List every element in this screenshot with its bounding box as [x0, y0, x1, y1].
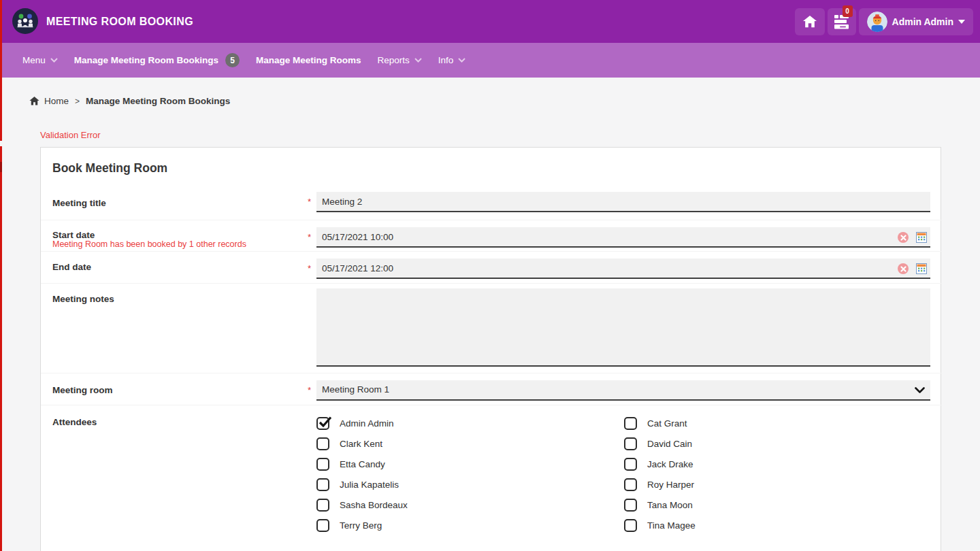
attendee-checkbox[interactable]	[316, 458, 329, 471]
start-date-label: Start date	[52, 230, 95, 240]
nav-menu[interactable]: Menu	[22, 55, 58, 65]
meeting-title-label: Meeting title	[52, 198, 106, 208]
app-header: MEETING ROOM BOOKING 0	[0, 0, 980, 43]
nav-info[interactable]: Info	[438, 55, 466, 65]
attendee-item[interactable]: Clark Kent	[316, 433, 602, 454]
breadcrumb-separator: >	[75, 97, 80, 106]
chevron-down-icon	[50, 58, 58, 63]
attendees-label: Attendees	[52, 417, 97, 427]
attendee-item[interactable]: David Cain	[624, 433, 910, 454]
attendee-name: Admin Admin	[340, 418, 394, 429]
breadcrumb: Home > Manage Meeting Room Bookings	[29, 96, 230, 106]
nav-manage-rooms[interactable]: Manage Meeting Rooms	[256, 55, 361, 65]
edge-marker-notch	[0, 141, 2, 146]
attendee-name: Jack Drake	[647, 459, 693, 469]
attendee-name: Roy Harper	[647, 480, 694, 490]
attendee-checkbox[interactable]	[316, 417, 329, 430]
start-date-calendar-icon[interactable]	[916, 232, 927, 243]
attendee-item[interactable]: Cat Grant	[624, 413, 910, 433]
left-edge-marker	[0, 0, 2, 551]
user-avatar	[867, 12, 887, 32]
breadcrumb-home-link[interactable]: Home	[29, 96, 69, 106]
home-icon	[29, 97, 39, 105]
start-date-row: Start date Meeting Room has been booked …	[41, 220, 942, 251]
attendee-name: Terry Berg	[340, 520, 382, 531]
user-menu-button[interactable]: Admin Admin	[859, 8, 973, 35]
end-date-calendar-icon[interactable]	[916, 263, 927, 274]
attendee-name: Tina Magee	[647, 520, 696, 531]
meeting-notes-row: Meeting notes	[41, 283, 942, 373]
start-date-input[interactable]	[316, 227, 930, 248]
chevron-down-icon	[414, 58, 422, 63]
attendee-item[interactable]: Julia Kapatelis	[316, 474, 602, 495]
chevron-down-icon	[458, 58, 466, 63]
meeting-room-label: Meeting room	[52, 385, 113, 395]
home-button[interactable]	[795, 8, 825, 35]
app-logo-icon[interactable]	[12, 8, 38, 34]
required-marker: *	[308, 385, 311, 395]
required-marker: *	[308, 263, 311, 273]
end-date-input[interactable]	[316, 258, 930, 279]
attendees-column-1: Admin Admin Clark Kent Etta Candy Julia …	[316, 413, 602, 535]
caret-down-icon	[958, 20, 965, 24]
meeting-notes-label: Meeting notes	[52, 294, 114, 304]
breadcrumb-current: Manage Meeting Room Bookings	[86, 96, 230, 106]
attendee-name: David Cain	[647, 439, 692, 449]
attendee-name: Clark Kent	[340, 439, 382, 449]
meeting-notes-textarea[interactable]	[316, 288, 930, 367]
meeting-room-row: Meeting room * Meeting Room 1	[41, 373, 942, 405]
user-name: Admin Admin	[892, 16, 953, 27]
notifications-button[interactable]: 0	[828, 8, 856, 35]
end-date-clear-icon[interactable]	[898, 263, 909, 274]
booking-form-card: Book Meeting Room Meeting title * Start …	[40, 147, 941, 551]
attendee-checkbox[interactable]	[624, 417, 637, 430]
attendee-checkbox[interactable]	[624, 458, 637, 471]
form-title: Book Meeting Room	[52, 161, 167, 176]
attendee-checkbox[interactable]	[316, 519, 329, 532]
attendee-checkbox[interactable]	[624, 478, 637, 491]
main-nav: Menu Manage Meeting Room Bookings 5 Mana…	[0, 43, 980, 78]
nav-info-label: Info	[438, 55, 454, 65]
nav-reports[interactable]: Reports	[378, 55, 422, 65]
attendee-item[interactable]: Admin Admin	[316, 413, 602, 433]
nav-reports-label: Reports	[378, 55, 410, 65]
attendee-item[interactable]: Sasha Bordeaux	[316, 495, 602, 515]
attendees-column-2: Cat Grant David Cain Jack Drake Roy Harp…	[624, 413, 910, 535]
nav-manage-bookings-label: Manage Meeting Room Bookings	[74, 55, 218, 65]
attendee-item[interactable]: Roy Harper	[624, 474, 910, 495]
attendee-checkbox[interactable]	[624, 519, 637, 532]
nav-manage-rooms-label: Manage Meeting Rooms	[256, 55, 361, 65]
home-icon	[802, 15, 817, 29]
meeting-title-input[interactable]	[316, 192, 930, 212]
required-marker: *	[308, 197, 311, 207]
end-date-label: End date	[52, 262, 91, 272]
attendee-checkbox[interactable]	[316, 478, 329, 491]
attendee-checkbox[interactable]	[624, 499, 637, 512]
start-date-clear-icon[interactable]	[898, 232, 909, 243]
attendee-name: Julia Kapatelis	[340, 480, 399, 490]
attendee-checkbox[interactable]	[316, 499, 329, 512]
meeting-room-select[interactable]: Meeting Room 1	[316, 380, 930, 401]
attendee-name: Sasha Bordeaux	[340, 500, 408, 510]
attendee-checkbox[interactable]	[316, 437, 329, 450]
nav-manage-bookings[interactable]: Manage Meeting Room Bookings 5	[74, 53, 240, 67]
attendee-item[interactable]: Jack Drake	[624, 454, 910, 474]
attendee-name: Etta Candy	[340, 459, 385, 469]
breadcrumb-home-label: Home	[44, 96, 69, 106]
attendee-item[interactable]: Tina Magee	[624, 515, 910, 535]
start-date-error: Meeting Room has been booked by 1 other …	[52, 239, 246, 249]
nav-menu-label: Menu	[22, 55, 46, 65]
end-date-row: End date *	[41, 251, 942, 283]
attendee-item[interactable]: Etta Candy	[316, 454, 602, 474]
attendee-name: Tana Moon	[647, 500, 693, 510]
notification-count-badge: 0	[843, 5, 853, 17]
required-marker: *	[308, 232, 311, 242]
meeting-title-row: Meeting title *	[41, 188, 942, 220]
attendee-item[interactable]: Tana Moon	[624, 495, 910, 515]
attendee-name: Cat Grant	[647, 418, 687, 429]
attendee-checkbox[interactable]	[624, 437, 637, 450]
meeting-room-selected-value: Meeting Room 1	[322, 384, 389, 395]
validation-error-text: Validation Error	[40, 130, 101, 140]
attendee-item[interactable]: Terry Berg	[316, 515, 602, 535]
app-title: MEETING ROOM BOOKING	[46, 0, 193, 43]
